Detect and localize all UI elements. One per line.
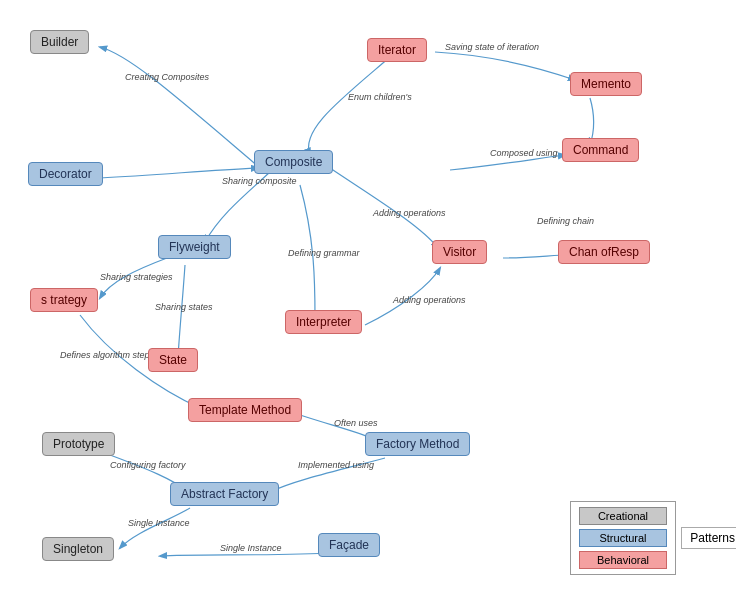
label-implemented-using: Implemented using (298, 460, 374, 470)
label-composed-using: Composed using (490, 148, 558, 158)
label-sharing-states: Sharing states (155, 302, 213, 312)
node-decorator[interactable]: Decorator (28, 162, 103, 186)
label-creating-composites: Creating Composites (125, 72, 209, 82)
node-prototype[interactable]: Prototype (42, 432, 115, 456)
label-enum-children: Enum children's (348, 92, 412, 102)
label-saving-state: Saving state of iteration (445, 42, 539, 52)
label-single-instance1: Single Instance (128, 518, 190, 528)
legend: Creational Structural Behavioral Pattern… (570, 501, 676, 575)
legend-structural: Structural (579, 529, 667, 547)
label-often-uses: Often uses (334, 418, 378, 428)
node-flyweight[interactable]: Flyweight (158, 235, 231, 259)
node-strategy[interactable]: s trategy (30, 288, 98, 312)
label-adding-operations2: Adding operations (393, 295, 466, 305)
node-singleton[interactable]: Singleton (42, 537, 114, 561)
label-single-instance2: Single Instance (220, 543, 282, 553)
node-visitor[interactable]: Visitor (432, 240, 487, 264)
label-defining-grammar: Defining grammar (288, 248, 360, 258)
node-abstract-factory[interactable]: Abstract Factory (170, 482, 279, 506)
label-sharing-strategies: Sharing strategies (100, 272, 173, 282)
node-composite[interactable]: Composite (254, 150, 333, 174)
node-template-method[interactable]: Template Method (188, 398, 302, 422)
label-adding-operations1: Adding operations (373, 208, 446, 218)
node-memento[interactable]: Memento (570, 72, 642, 96)
label-defines-algorithm: Defines algorithm step (60, 350, 150, 360)
node-state[interactable]: State (148, 348, 198, 372)
node-facade[interactable]: Façade (318, 533, 380, 557)
diagram-container: Creating Composites Saving state of iter… (0, 0, 736, 597)
node-chan-of-resp[interactable]: Chan ofResp (558, 240, 650, 264)
legend-creational: Creational (579, 507, 667, 525)
label-defining-chain: Defining chain (537, 216, 594, 226)
legend-behavioral: Behavioral (579, 551, 667, 569)
label-configuring-factory: Configuring factory (110, 460, 186, 470)
node-factory-method[interactable]: Factory Method (365, 432, 470, 456)
node-interpreter[interactable]: Interpreter (285, 310, 362, 334)
patterns-label: Patterns (681, 527, 736, 549)
node-builder[interactable]: Builder (30, 30, 89, 54)
label-sharing-composite: Sharing composite (222, 176, 297, 186)
node-iterator[interactable]: Iterator (367, 38, 427, 62)
node-command[interactable]: Command (562, 138, 639, 162)
